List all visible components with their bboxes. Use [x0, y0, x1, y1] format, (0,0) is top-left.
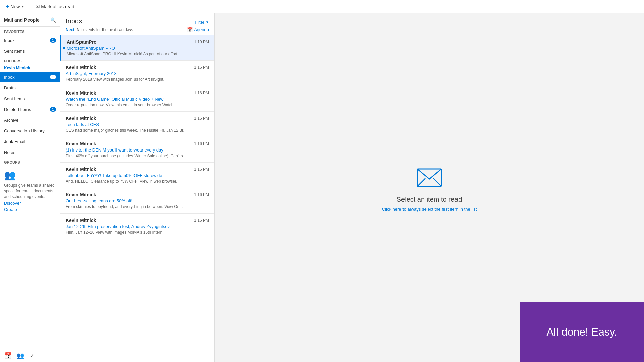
sidebar-header: Mail and People 🔍 [0, 13, 60, 27]
purple-banner: All done! Easy. [520, 302, 644, 362]
email-sender: Kevin Mitnick [66, 167, 96, 172]
email-subject: Our best-selling jeans are 50% off! [66, 198, 209, 203]
calendar-small-icon: 📅 [187, 27, 193, 32]
email-subject: (1) invite: the DENIM you'll want to wea… [66, 147, 209, 153]
agenda-button[interactable]: 📅 Agenda [187, 27, 209, 32]
reading-pane: Select an item to read Click here to alw… [215, 13, 644, 362]
folders-section-label: Folders [0, 56, 60, 64]
next-events-text: Next: No events for the next two days. [66, 27, 135, 32]
email-sender: Kevin Mitnick [66, 218, 96, 223]
sidebar-search-icon[interactable]: 🔍 [50, 17, 56, 23]
groups-create-link[interactable]: Create [4, 207, 56, 212]
email-item-header: Kevin Mitnick 1:16 PM [66, 65, 209, 70]
tasks-icon[interactable]: ✓ [30, 352, 35, 359]
inbox-title: Inbox [66, 17, 82, 25]
email-subject: Microsoft AntiSpam PRO [67, 46, 209, 51]
next-text: No events for the next two days. [77, 27, 134, 32]
email-preview: Film, Jan 12–26 View with images MoMA's … [66, 230, 209, 235]
email-preview: Plus, 40% off your purchase (includes Wi… [66, 154, 209, 158]
email-item[interactable]: Kevin Mitnick 1:16 PM Art inSight, Febru… [60, 61, 214, 86]
sidebar-item-conv-history-label: Conversation History [4, 128, 56, 133]
sidebar-item-sent[interactable]: Sent Items [0, 93, 60, 104]
mark-all-read-label: Mark all as read [41, 4, 74, 9]
email-time: 1:16 PM [194, 218, 209, 223]
email-preview: From skinnies to boyfriend, and everythi… [66, 204, 209, 209]
email-preview: Microsoft AntiSpam PRO Hi Kevin Mitnick!… [67, 52, 209, 56]
email-item[interactable]: Kevin Mitnick 1:16 PM Our best-selling j… [60, 188, 214, 214]
email-item-header: AntiSpamPro 1:19 PM [67, 39, 209, 45]
email-preview: CES had some major glitches this week. T… [66, 128, 209, 133]
sidebar-item-junk-email[interactable]: Junk Email [0, 136, 60, 147]
email-time: 1:16 PM [194, 141, 209, 146]
email-item[interactable]: Kevin Mitnick 1:16 PM Talk about FriYAY!… [60, 163, 214, 188]
email-item-header: Kevin Mitnick 1:16 PM [66, 116, 209, 121]
groups-discover-link[interactable]: Discover [4, 201, 56, 206]
email-sender: Kevin Mitnick [66, 90, 96, 96]
email-item[interactable]: Kevin Mitnick 1:16 PM (1) invite: the DE… [60, 137, 214, 163]
svg-line-1 [417, 178, 425, 186]
email-time: 1:19 PM [194, 40, 209, 44]
email-sender: AntiSpamPro [67, 39, 97, 45]
mark-all-read-button[interactable]: ✉ Mark all as read [33, 2, 77, 11]
envelope-icon [416, 164, 443, 190]
groups-section: 👥 Groups give teams a shared space for e… [0, 166, 60, 216]
select-first-item-link[interactable]: Click here to always select the first it… [382, 207, 477, 212]
groups-section-label: Groups [0, 158, 60, 166]
filter-chevron-icon: ▼ [206, 20, 209, 24]
next-label: Next: [66, 27, 76, 32]
email-time: 1:16 PM [194, 116, 209, 121]
email-preview: And, HELLO! Clearance up to 75% OFF! Vie… [66, 179, 209, 184]
sidebar-item-inbox-badge: 1 [50, 75, 56, 79]
new-label: New [10, 4, 20, 9]
sidebar-bottom-nav: 📅 👥 ✓ [0, 349, 60, 362]
calendar-icon[interactable]: 📅 [4, 352, 11, 359]
email-item[interactable]: AntiSpamPro 1:19 PM Microsoft AntiSpam P… [60, 35, 214, 61]
sidebar-item-inbox-fav[interactable]: Inbox 1 [0, 35, 60, 46]
sidebar-item-junk-label: Junk Email [4, 139, 56, 144]
email-item-header: Kevin Mitnick 1:16 PM [66, 90, 209, 96]
email-time: 1:16 PM [194, 192, 209, 197]
sidebar-item-inbox-label: Inbox [4, 75, 50, 80]
new-icon: + [6, 4, 9, 10]
favorites-section-label: Favorites [0, 27, 60, 35]
filter-button[interactable]: Filter ▼ [195, 20, 209, 25]
sidebar-item-sent-fav[interactable]: Sent Items [0, 46, 60, 56]
email-subject: Jan 12-26: Film preservation fest, Andre… [66, 224, 209, 229]
email-sender: Kevin Mitnick [66, 141, 96, 146]
email-item-header: Kevin Mitnick 1:16 PM [66, 141, 209, 146]
email-list-panel: Inbox Filter ▼ Next: No events for the n… [60, 13, 215, 362]
toolbar: + New ▼ ✉ Mark all as read [0, 0, 644, 13]
sidebar-item-drafts[interactable]: Drafts [0, 82, 60, 93]
email-list: AntiSpamPro 1:19 PM Microsoft AntiSpam P… [60, 35, 214, 362]
sidebar-item-conversation-history[interactable]: Conversation History [0, 125, 60, 136]
sidebar-item-deleted[interactable]: Deleted Items 1 [0, 104, 60, 115]
email-list-header: Inbox Filter ▼ Next: No events for the n… [60, 13, 214, 35]
email-preview: Order reputation now! View this email in… [66, 103, 209, 107]
email-item-header: Kevin Mitnick 1:16 PM [66, 192, 209, 197]
groups-icon: 👥 [4, 170, 56, 181]
sidebar-item-drafts-label: Drafts [4, 85, 56, 90]
email-item[interactable]: Kevin Mitnick 1:16 PM Tech fails at CES … [60, 112, 214, 137]
sidebar-item-notes[interactable]: Notes [0, 147, 60, 158]
sidebar-item-inbox[interactable]: Inbox 1 [0, 72, 60, 82]
mark-read-icon: ✉ [35, 3, 40, 10]
email-item-header: Kevin Mitnick 1:16 PM [66, 218, 209, 223]
email-time: 1:16 PM [194, 90, 209, 95]
filter-label: Filter [195, 20, 204, 25]
unread-indicator [63, 47, 65, 49]
account-name: Kevin Mitnick [0, 64, 60, 72]
sidebar-item-inbox-fav-label: Inbox [4, 38, 50, 43]
email-time: 1:16 PM [194, 65, 209, 70]
people-icon[interactable]: 👥 [17, 352, 24, 359]
new-button[interactable]: + New ▼ [3, 2, 27, 11]
next-events-bar: Next: No events for the next two days. 📅… [66, 27, 209, 32]
email-item[interactable]: Kevin Mitnick 1:16 PM Watch the "End Gam… [60, 86, 214, 112]
sidebar-item-archive[interactable]: Archive [0, 115, 60, 125]
email-item[interactable]: Kevin Mitnick 1:16 PM Jan 12-26: Film pr… [60, 214, 214, 239]
new-dropdown-icon[interactable]: ▼ [21, 5, 24, 8]
sidebar-item-deleted-label: Deleted Items [4, 107, 50, 112]
email-subject: Art inSight, February 2018 [66, 71, 209, 76]
sidebar-item-notes-label: Notes [4, 150, 56, 155]
agenda-label: Agenda [194, 27, 209, 32]
email-sender: Kevin Mitnick [66, 116, 96, 121]
